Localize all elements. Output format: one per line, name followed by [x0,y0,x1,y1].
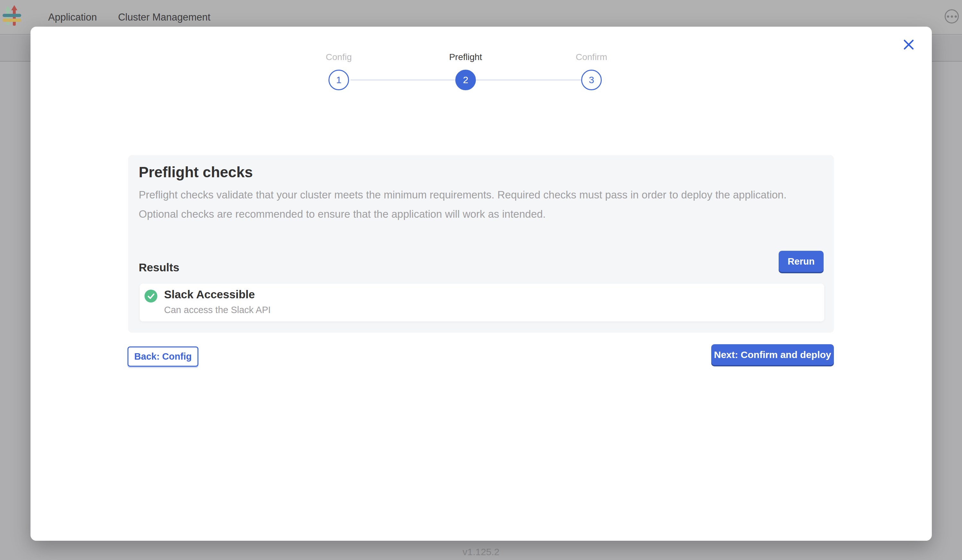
panel-description: Preflight checks validate that your clus… [139,185,823,224]
step-number-circle: 2 [455,70,476,90]
app-version-label: v1.125.2 [0,547,962,557]
ellipsis-menu-icon[interactable] [945,9,959,23]
step-number-circle: 1 [328,70,349,90]
preflight-wizard-modal: Config 1 Preflight 2 Confirm 3 Preflight… [31,27,932,541]
step-label: Config [326,52,352,63]
results-heading: Results [139,261,179,274]
preflight-result-item: Slack Accessible Can access the Slack AP… [140,284,824,321]
result-title: Slack Accessible [164,288,255,301]
check-pass-icon [145,290,157,302]
close-icon[interactable] [902,38,915,51]
app-logo-icon [2,5,22,28]
stepper-step-config[interactable]: Config 1 [291,52,387,90]
preflight-checks-panel: Preflight checks Preflight checks valida… [128,155,834,332]
panel-title: Preflight checks [139,163,253,181]
nav-tab-cluster-management[interactable]: Cluster Management [118,11,211,23]
back-config-button[interactable]: Back: Config [128,347,199,367]
result-message: Can access the Slack API [164,305,271,315]
next-confirm-deploy-button[interactable]: Next: Confirm and deploy [711,344,834,365]
nav-tab-application[interactable]: Application [48,11,97,23]
step-number-circle: 3 [581,70,602,90]
step-label: Confirm [576,52,607,63]
step-label: Preflight [449,52,482,63]
stepper-step-confirm[interactable]: Confirm 3 [543,52,640,90]
stepper-step-preflight[interactable]: Preflight 2 [417,52,514,90]
rerun-button[interactable]: Rerun [779,251,823,272]
